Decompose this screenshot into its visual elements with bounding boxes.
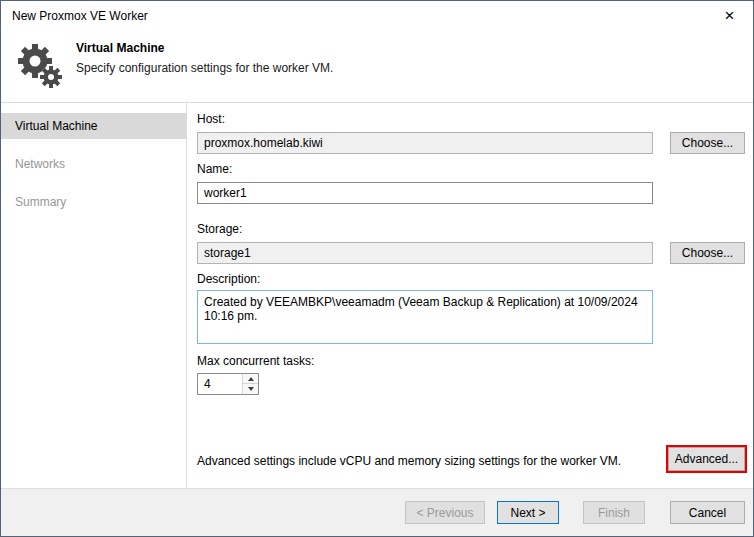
wizard-footer: < Previous Next > Finish Cancel [1,488,753,536]
storage-label: Storage: [197,222,242,237]
max-concurrent-tasks-stepper [197,373,259,395]
stepper-down-button[interactable] [242,383,258,394]
max-concurrent-tasks-label: Max concurrent tasks: [197,354,314,369]
stepper-buttons [243,374,258,394]
host-label: Host: [197,112,225,127]
next-button[interactable]: Next > [497,501,559,524]
page-title: Virtual Machine [76,41,164,55]
host-choose-button[interactable]: Choose... [670,132,745,154]
name-input[interactable] [197,182,653,204]
description-label: Description: [197,272,260,287]
wizard-steps-sidebar: Virtual Machine Networks Summary [1,103,187,489]
chevron-up-icon [248,377,254,381]
cancel-button[interactable]: Cancel [670,501,745,524]
close-button[interactable]: × [707,2,752,31]
host-input[interactable] [197,132,653,154]
sidebar-item-networks[interactable]: Networks [1,151,186,177]
name-label: Name: [197,162,232,177]
previous-button[interactable]: < Previous [405,501,485,524]
wizard-body: Virtual Machine Networks Summary Host: C… [1,102,753,489]
max-concurrent-tasks-input[interactable] [198,374,246,394]
window-title: New Proxmox VE Worker [12,1,148,32]
new-proxmox-ve-worker-dialog: New Proxmox VE Worker × [0,0,754,537]
chevron-down-icon [248,387,254,391]
description-textarea[interactable]: Created by VEEAMBKP\veeamadm (Veeam Back… [197,290,653,344]
advanced-settings-hint: Advanced settings include vCPU and memor… [197,454,621,468]
wizard-header: Virtual Machine Specify configuration se… [1,32,753,102]
sidebar-item-virtual-machine[interactable]: Virtual Machine [1,113,186,139]
advanced-button[interactable]: Advanced... [668,447,745,471]
title-bar: New Proxmox VE Worker × [1,1,753,32]
sidebar-item-summary[interactable]: Summary [1,189,186,215]
storage-choose-button[interactable]: Choose... [670,242,745,264]
page-subtitle: Specify configuration settings for the w… [76,61,333,75]
finish-button[interactable]: Finish [583,501,645,524]
gear-icon [15,40,63,88]
close-icon: × [725,6,735,25]
storage-input[interactable] [197,242,653,264]
wizard-content: Host: Choose... Name: Storage: Choose...… [187,103,753,489]
